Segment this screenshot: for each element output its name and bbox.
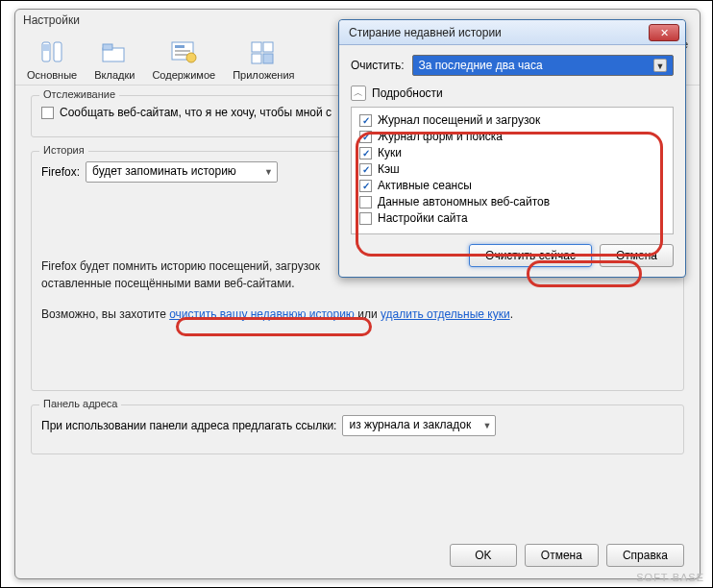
svg-rect-1: [54, 42, 61, 61]
svg-rect-4: [103, 44, 112, 50]
apps-icon: [248, 38, 279, 65]
addressbar-group: Панель адреса При использовании панели а…: [31, 404, 684, 454]
clear-history-link[interactable]: очистить вашу недавнюю историю: [169, 307, 355, 321]
toolbar-content[interactable]: Содержимое: [152, 38, 215, 81]
chk-label: Данные автономных веб-сайтов: [378, 195, 550, 208]
svg-rect-2: [43, 44, 49, 51]
svg-rect-12: [252, 54, 261, 63]
chk-label: Журнал посещений и загрузок: [378, 113, 540, 127]
close-button[interactable]: ✕: [649, 24, 679, 41]
details-toggle[interactable]: ︿: [351, 86, 366, 101]
addressbar-legend: Панель адреса: [39, 398, 121, 409]
toolbar-tabs[interactable]: Вкладки: [94, 38, 135, 81]
delete-cookies-link[interactable]: удалить отдельные куки: [381, 307, 510, 321]
clear-label: Очистить:: [351, 59, 405, 72]
chevron-down-icon: ▼: [264, 167, 273, 177]
footer-buttons: OK Отмена Справка: [450, 544, 684, 567]
history-mode-value: будет запоминать историю: [92, 164, 236, 178]
do-not-track-checkbox[interactable]: [41, 107, 54, 119]
svg-rect-7: [175, 50, 190, 52]
details-list: Журнал посещений и загрузок Журнал форм …: [351, 107, 674, 234]
chk-offline[interactable]: [359, 196, 372, 208]
clear-now-button[interactable]: Очистить сейчас: [469, 244, 592, 267]
svg-rect-6: [175, 45, 184, 48]
toolbar-label: Основные: [27, 69, 77, 81]
toolbar-apps[interactable]: Приложения: [233, 38, 294, 81]
history-legend: История: [39, 144, 88, 156]
chk-label: Кэш: [378, 162, 400, 176]
addressbar-value: из журнала и закладок: [349, 418, 471, 431]
help-button[interactable]: Справка: [606, 544, 684, 567]
do-not-track-label: Сообщать веб-сайтам, что я не хочу, чтоб…: [60, 106, 332, 119]
svg-rect-13: [263, 54, 273, 63]
svg-rect-10: [252, 42, 261, 52]
dialog-cancel-button[interactable]: Отмена: [600, 244, 674, 267]
chk-siteprefs[interactable]: [359, 212, 372, 225]
time-range-value: За последние два часа: [419, 59, 543, 72]
chk-label: Настройки сайта: [378, 211, 468, 225]
chk-sessions[interactable]: [359, 180, 372, 192]
firefox-label: Firefox:: [41, 165, 80, 179]
chk-label: Куки: [378, 146, 402, 159]
history-links-line: Возможно, вы захотите очистить вашу неда…: [41, 306, 674, 323]
dialog-titlebar: Стирание недавней истории ✕: [339, 20, 685, 45]
chevron-down-icon: ▼: [653, 59, 667, 72]
toolbar-label: Приложения: [233, 69, 294, 81]
svg-point-9: [186, 53, 196, 62]
dialog-title-text: Стирание недавней истории: [349, 26, 502, 39]
addressbar-label: При использовании панели адреса предлага…: [41, 419, 336, 432]
chk-forms[interactable]: [359, 131, 372, 143]
history-mode-combo[interactable]: будет запоминать историю ▼: [86, 161, 278, 183]
addressbar-combo[interactable]: из журнала и закладок ▼: [342, 415, 496, 436]
chevron-down-icon: ▼: [483, 421, 492, 430]
svg-rect-11: [263, 42, 273, 52]
clear-history-dialog: Стирание недавней истории ✕ Очистить: За…: [338, 19, 686, 278]
toolbar-label: Вкладки: [94, 69, 135, 81]
switch-icon: [37, 38, 67, 65]
toolbar-general[interactable]: Основные: [27, 38, 77, 81]
chk-label: Активные сеансы: [378, 179, 472, 192]
chk-cookies[interactable]: [359, 147, 372, 159]
ok-button[interactable]: OK: [450, 544, 517, 567]
chk-label: Журнал форм и поиска: [378, 130, 503, 143]
details-label: Подробности: [372, 86, 443, 100]
time-range-combo[interactable]: За последние два часа ▼: [412, 55, 674, 76]
window-title-text: Настройки: [23, 13, 80, 27]
chk-browsing[interactable]: [359, 114, 372, 127]
cancel-button[interactable]: Отмена: [525, 544, 599, 567]
tabs-icon: [99, 38, 130, 65]
chk-cache[interactable]: [359, 163, 372, 176]
watermark: SOFT-BASE: [636, 572, 704, 583]
content-icon: [168, 38, 199, 65]
toolbar-label: Содержимое: [152, 69, 215, 81]
tracking-legend: Отслеживание: [39, 88, 119, 100]
